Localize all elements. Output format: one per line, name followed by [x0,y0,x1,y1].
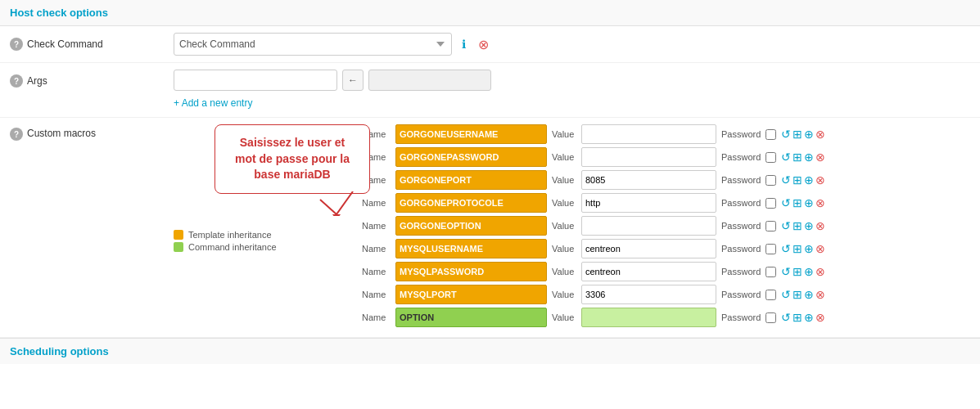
macro-password-checkbox[interactable] [765,312,776,323]
macro-value-label: Value [552,152,576,162]
macro-grid-icon[interactable]: ⊞ [793,173,802,187]
macro-delete-icon[interactable]: ⊗ [815,265,825,278]
macro-password-label: Password [721,175,761,185]
macro-value-input[interactable] [581,193,716,213]
macro-password-checkbox[interactable] [765,152,776,163]
custom-macros-help-icon[interactable]: ? [10,128,23,141]
macro-name-input[interactable] [395,262,547,281]
macro-undo-icon[interactable]: ↺ [781,128,791,141]
macro-value-input[interactable] [581,170,716,190]
args-help-icon[interactable]: ? [10,74,23,88]
args-arrow-button[interactable]: ← [342,70,364,91]
macro-grid-icon[interactable]: ⊞ [793,151,802,164]
macro-password-checkbox[interactable] [765,129,776,140]
macros-content: Saisissez le user et mot de passe pour l… [174,124,970,330]
check-command-help-icon[interactable]: ? [10,38,23,51]
check-command-label: Check Command [27,38,103,50]
macro-row: Name Value Password ↺ ⊞ ⊕ ⊗ [362,285,970,304]
check-command-remove-button[interactable]: ⊗ [475,36,491,52]
legend-green-dot [174,242,183,252]
custom-macros-section: ? Custom macros Saisissez le user et mot… [0,118,980,338]
macro-move-icon[interactable]: ⊕ [804,265,814,278]
macro-move-icon[interactable]: ⊕ [804,128,814,141]
add-entry-link[interactable]: + Add a new entry [174,96,491,110]
macro-grid-icon[interactable]: ⊞ [793,288,802,301]
macro-value-input[interactable] [581,124,716,144]
macro-value-input[interactable] [581,262,716,281]
custom-macros-label-col: ? Custom macros [10,124,174,141]
macro-undo-icon[interactable]: ↺ [781,173,791,187]
macro-value-label: Value [552,312,576,322]
macro-delete-icon[interactable]: ⊗ [815,196,825,209]
macro-delete-icon[interactable]: ⊗ [815,219,825,232]
macro-row: Name Value Password ↺ ⊞ ⊕ ⊗ [362,262,970,281]
macro-name-input[interactable] [395,216,547,236]
balloon-arrow-svg [312,191,361,216]
macro-password-checkbox[interactable] [765,267,776,277]
macro-name-input[interactable] [395,147,547,167]
macro-delete-icon[interactable]: ⊗ [815,151,825,164]
macro-password-label: Password [721,290,761,299]
macro-move-icon[interactable]: ⊕ [804,151,814,164]
legend-command: Command inheritance [174,242,354,252]
macro-grid-icon[interactable]: ⊞ [793,242,802,255]
macro-grid-icon[interactable]: ⊞ [793,219,802,232]
macro-value-input[interactable] [581,239,716,258]
macro-password-checkbox[interactable] [765,244,776,254]
tooltip-balloon: Saisissez le user et mot de passe pour l… [215,124,370,194]
macro-name-input[interactable] [395,193,547,213]
macro-move-icon[interactable]: ⊕ [804,219,814,232]
macro-undo-icon[interactable]: ↺ [781,265,791,278]
macro-move-icon[interactable]: ⊕ [804,288,814,301]
macro-value-input[interactable] [581,285,716,304]
legend-template-label: Template inheritance [188,230,272,240]
macro-undo-icon[interactable]: ↺ [781,196,791,209]
check-command-label-col: ? Check Command [10,33,174,51]
macro-undo-icon[interactable]: ↺ [781,151,791,164]
macro-move-icon[interactable]: ⊕ [804,311,814,324]
macro-password-label: Password [721,129,761,139]
macro-password-checkbox[interactable] [765,175,776,186]
macro-value-input[interactable] [581,216,716,236]
check-command-control-col: Check Command ℹ ⊗ [174,33,970,56]
macro-name-input[interactable] [395,285,547,304]
macro-value-input[interactable] [581,147,716,167]
check-command-select[interactable]: Check Command [174,33,452,56]
macro-delete-icon[interactable]: ⊗ [815,311,825,324]
macro-undo-icon[interactable]: ↺ [781,242,791,255]
macro-move-icon[interactable]: ⊕ [804,173,814,187]
macro-icons: ↺ ⊞ ⊕ ⊗ [781,151,825,164]
check-command-info-button[interactable]: ℹ [455,36,472,52]
macro-name-label: Name [362,290,391,299]
macro-grid-icon[interactable]: ⊞ [793,265,802,278]
macro-grid-icon[interactable]: ⊞ [793,196,802,209]
scheduling-options-footer: Scheduling options [0,338,980,364]
macro-delete-icon[interactable]: ⊗ [815,242,825,255]
macro-password-checkbox[interactable] [765,198,776,209]
macro-value-label: Value [552,198,576,208]
macro-delete-icon[interactable]: ⊗ [815,173,825,187]
macro-password-checkbox[interactable] [765,290,776,300]
macro-value-input[interactable] [581,308,716,327]
args-text-input[interactable] [174,70,337,91]
macro-value-label: Value [552,129,576,139]
macro-row: Name Value Password ↺ ⊞ ⊕ ⊗ [362,239,970,258]
macro-undo-icon[interactable]: ↺ [781,219,791,232]
macro-move-icon[interactable]: ⊕ [804,242,814,255]
macro-name-input[interactable] [395,308,547,327]
macro-password-checkbox[interactable] [765,221,776,231]
macro-undo-icon[interactable]: ↺ [781,288,791,301]
macro-undo-icon[interactable]: ↺ [781,311,791,324]
macro-name-input[interactable] [395,239,547,258]
args-control-col: ← + Add a new entry [174,70,970,110]
macro-grid-icon[interactable]: ⊞ [793,311,802,324]
macro-value-label: Value [552,221,576,231]
macro-delete-icon[interactable]: ⊗ [815,288,825,301]
host-check-options-label: Host check options [10,7,108,19]
macro-move-icon[interactable]: ⊕ [804,196,814,209]
macro-name-input[interactable] [395,170,547,190]
macro-grid-icon[interactable]: ⊞ [793,128,802,141]
args-value-display [368,70,491,91]
macro-delete-icon[interactable]: ⊗ [815,128,825,141]
macro-name-input[interactable] [395,124,547,144]
